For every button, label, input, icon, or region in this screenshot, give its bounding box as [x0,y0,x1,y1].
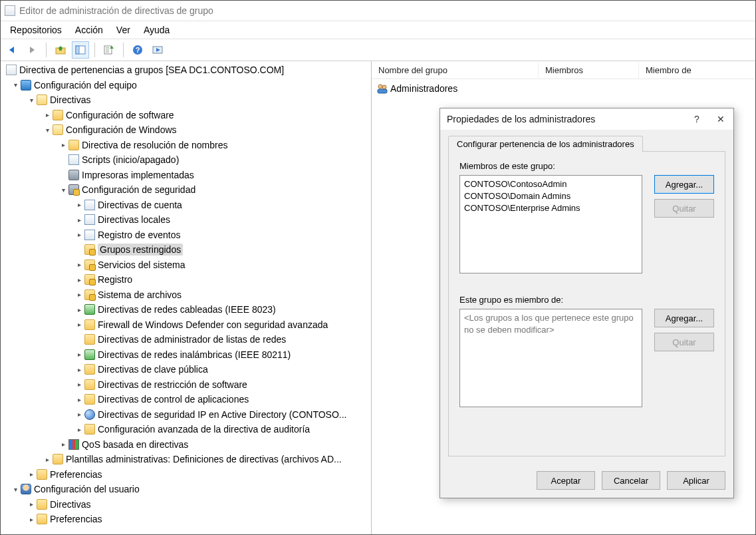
chevron-right-icon[interactable]: ▸ [75,396,83,403]
content-pane: Nombre del grupo Miembros Miembro de Adm… [372,61,755,534]
tree-admin-templates[interactable]: ▸ Plantillas administrativas: Definicion… [1,452,371,467]
svg-point-10 [378,85,382,89]
tree-sec-local[interactable]: ▸ Directivas locales [1,212,371,228]
apply-button[interactable]: Aplicar [667,471,725,490]
menu-accion[interactable]: Acción [68,23,110,37]
menu-ver[interactable]: Ver [110,23,137,37]
chevron-right-icon[interactable]: ▸ [75,426,83,433]
col-members[interactable]: Miembros [539,63,639,78]
chevron-right-icon[interactable]: ▸ [27,500,35,508]
member-item[interactable]: CONTOSO\ContosoAdmin [464,178,638,190]
chevron-down-icon[interactable]: ▾ [11,486,19,493]
ok-button[interactable]: Aceptar [537,471,595,490]
filmstrip-play-icon [152,45,163,55]
tree-sec-filesystem[interactable]: ▸ Sistema de archivos [1,287,371,303]
chevron-down-icon[interactable]: ▾ [59,186,67,194]
tree-directivas-u[interactable]: ▸ Directivas [1,497,371,512]
folder-icon [84,379,95,390]
tree-computer-config[interactable]: ▾ Configuración del equipo [1,78,371,93]
export-button[interactable] [100,41,118,59]
back-button[interactable] [3,41,21,59]
tree-directivas[interactable]: ▾ Directivas [1,92,371,108]
tree-preferences-c[interactable]: ▸ Preferencias [1,467,371,482]
menu-ayuda[interactable]: Ayuda [137,23,176,37]
chevron-right-icon[interactable]: ▸ [75,366,83,373]
folder-open-icon [37,94,47,105]
tree-sec-wireless[interactable]: ▸ Directivas de redes inalámbricas (IEEE… [1,347,371,363]
chevron-right-icon[interactable]: ▸ [75,231,83,238]
chevron-right-icon[interactable]: ▸ [59,141,67,148]
chevron-down-icon[interactable]: ▾ [43,126,51,134]
chevron-right-icon[interactable]: ▸ [43,111,51,118]
tree-sec-eventlog[interactable]: ▸ Registro de eventos [1,228,371,243]
tree-sec-firewall[interactable]: ▸ Firewall de Windows Defender con segur… [1,317,371,333]
menu-repositorios[interactable]: Repositorios [3,23,68,37]
forward-button[interactable] [23,41,41,59]
tree-label: Configuración avanzada de la directiva d… [98,424,310,435]
chevron-right-icon[interactable]: ▸ [75,201,83,208]
chevron-right-icon[interactable]: ▸ [59,441,67,448]
chevron-right-icon[interactable]: ▸ [75,411,83,418]
chevron-down-icon[interactable]: ▾ [27,96,35,104]
chevron-right-icon[interactable]: ▸ [75,306,83,313]
remove-member-button[interactable]: Quitar [654,199,714,218]
tree-printers[interactable]: Impresoras implementadas [1,168,371,183]
tree-sec-registry[interactable]: ▸ Registro [1,272,371,287]
tree-sec-wired[interactable]: ▸ Directivas de redes cableadas (IEEE 80… [1,302,371,317]
add-memberof-button[interactable]: Agregar... [654,309,714,327]
folder-lock-icon [84,289,95,300]
tree-root[interactable]: Directiva de pertenencias a grupos [SEA … [1,63,371,78]
col-memberof[interactable]: Miembro de [639,63,755,78]
tree-sec-ipsec[interactable]: ▸ Directivas de seguridad IP en Active D… [1,407,371,423]
tree-sec-pubkey[interactable]: ▸ Directivas de clave pública [1,362,371,377]
tree-label: Configuración de Windows [66,124,177,135]
chevron-right-icon[interactable]: ▸ [75,381,83,388]
chevron-down-icon[interactable]: ▾ [11,81,19,89]
tree-sec-audit[interactable]: ▸ Configuración avanzada de la directiva… [1,422,371,437]
chevron-right-icon[interactable]: ▸ [75,261,83,268]
dialog-close-button[interactable]: ✕ [715,114,727,124]
tree-scripts[interactable]: Scripts (inicio/apagado) [1,152,371,168]
cancel-button[interactable]: Cancelar [602,471,660,490]
tree-label: Directivas locales [98,214,170,225]
member-item[interactable]: CONTOSO\Enterprise Admins [464,202,638,214]
list-row-administradores[interactable]: Administradores [372,79,755,98]
tree-config-windows[interactable]: ▾ Configuración de Windows [1,122,371,138]
memberof-listbox[interactable]: <Los grupos a los que pertenece este gru… [459,309,642,407]
col-group-name[interactable]: Nombre del grupo [372,63,539,78]
dialog-help-button[interactable]: ? [691,114,703,124]
chevron-right-icon[interactable]: ▸ [43,456,51,463]
tree-preferences-u[interactable]: ▸ Preferencias [1,512,371,527]
chevron-right-icon[interactable]: ▸ [75,276,83,283]
list-header[interactable]: Nombre del grupo Miembros Miembro de [372,61,755,79]
tree-sec-account[interactable]: ▸ Directivas de cuenta [1,198,371,213]
member-item[interactable]: CONTOSO\Domain Admins [464,190,638,202]
tree-sec-restricted[interactable]: Grupos restringidos [1,242,371,258]
help-button[interactable]: ? [129,41,146,59]
chevron-right-icon[interactable]: ▸ [27,470,35,478]
tree-sec-services[interactable]: ▸ Servicios del sistema [1,258,371,273]
play-button[interactable] [149,41,166,59]
tree-qos[interactable]: ▸ QoS basada en directivas [1,437,371,452]
tree-security[interactable]: ▾ Configuración de seguridad [1,182,371,198]
up-button[interactable] [52,41,69,59]
tree-config-software[interactable]: ▸ Configuración de software [1,108,371,123]
tree-pane[interactable]: Directiva de pertenencias a grupos [SEA … [1,61,372,534]
tree-user-config[interactable]: ▾ Configuración del usuario [1,482,371,497]
tree-sec-softrestrict[interactable]: ▸ Directivas de restricción de software [1,377,371,393]
chevron-right-icon[interactable]: ▸ [75,351,83,358]
tab-configure-membership[interactable]: Configurar pertenencia de los administra… [448,136,643,152]
add-member-button[interactable]: Agregar... [654,175,714,194]
computer-icon [21,80,31,90]
tree-dns[interactable]: ▸ Directiva de resolución de nombres [1,138,371,153]
chevron-right-icon[interactable]: ▸ [27,516,35,523]
tree-sec-netlist[interactable]: Directivas de administrador de listas de… [1,332,371,347]
chevron-right-icon[interactable]: ▸ [75,216,83,224]
dialog-title: Propiedades de los administradores [447,114,595,124]
members-listbox[interactable]: CONTOSO\ContosoAdminCONTOSO\Domain Admin… [459,175,642,273]
chevron-right-icon[interactable]: ▸ [75,321,83,328]
tree-view-button[interactable] [72,41,89,59]
chevron-right-icon[interactable]: ▸ [75,291,83,298]
remove-memberof-button[interactable]: Quitar [654,333,714,351]
tree-sec-appcontrol[interactable]: ▸ Directivas de control de aplicaciones [1,392,371,407]
